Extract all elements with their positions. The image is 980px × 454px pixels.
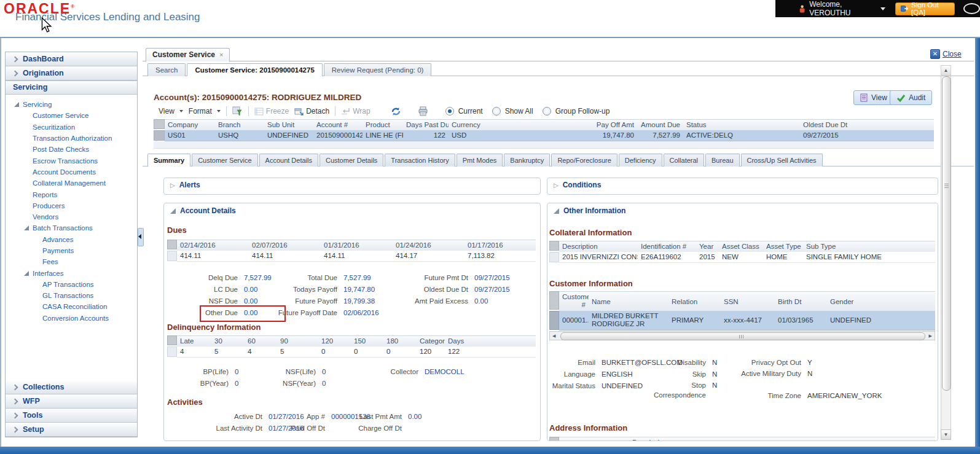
column-header[interactable]: 01/24/2016	[393, 240, 465, 252]
alerts-panel-header[interactable]: ▷Alerts	[164, 178, 540, 189]
sidebar-section-dashboard[interactable]: DashBoard	[6, 52, 137, 66]
tab-customer-details[interactable]: Customer Details	[319, 154, 383, 166]
column-header[interactable]: Oldest Due Dt	[800, 119, 886, 131]
tab-customer-service[interactable]: Customer Service	[192, 154, 257, 166]
close-button[interactable]: ✕Close	[930, 49, 962, 59]
column-header[interactable]: 30	[211, 335, 245, 348]
close-tab-icon[interactable]: ×	[219, 51, 223, 58]
column-header[interactable]: SSN	[721, 291, 775, 312]
account-grid-row[interactable]: US01 USHQ UNDEFINED 20150900014275 LINE …	[154, 130, 934, 141]
triangle-expanded-icon[interactable]	[14, 102, 19, 107]
sidebar-item-payments[interactable]: Payments	[6, 245, 137, 256]
tab-repo-foreclosure[interactable]: Repo/Foreclosure	[551, 154, 617, 166]
collateral-table-row[interactable]: 2015 INVERNIZZI CONSTRU... E26A119602 20…	[549, 252, 935, 263]
tab-bureau[interactable]: Bureau	[705, 154, 739, 166]
view-menu[interactable]: View	[159, 107, 183, 115]
column-header[interactable]: 150	[351, 335, 383, 348]
column-header[interactable]: Status	[683, 119, 800, 131]
sidebar-item-securitization[interactable]: Securitization	[6, 122, 137, 133]
column-header[interactable]: 180	[383, 335, 417, 348]
row-header-cell[interactable]	[154, 130, 165, 141]
column-header[interactable]: Permissio	[629, 437, 665, 441]
tree-node-servicing[interactable]: Servicing	[6, 99, 137, 110]
column-header[interactable]: Days Past Due	[403, 119, 449, 131]
column-header[interactable]: 60	[245, 335, 277, 348]
column-header[interactable]: Product	[363, 119, 403, 131]
sidebar-collapse-handle[interactable]	[138, 228, 144, 246]
sidebar-item-casa-reconciliation[interactable]: CASA Reconciliation	[6, 301, 137, 312]
delinquency-table-row[interactable]: 4 5 4 5 0 0 0 120 122	[167, 346, 536, 358]
print-icon[interactable]	[418, 106, 428, 116]
account-details-panel-header[interactable]: Account Details	[164, 203, 540, 215]
column-header[interactable]: Account #	[313, 119, 363, 131]
audit-button[interactable]: Audit	[890, 90, 932, 105]
sidebar-item-gl-transactions[interactable]: GL Transactions	[6, 290, 137, 301]
sidebar-item-advances[interactable]: Advances	[6, 234, 137, 245]
radio-show-all[interactable]: Show All	[492, 107, 537, 115]
sidebar-item-collateral-management[interactable]: Collateral Management	[6, 178, 137, 189]
column-header[interactable]: Name	[589, 291, 668, 312]
sidebar-item-escrow-transactions[interactable]: Escrow Transactions	[6, 155, 137, 166]
radio-current[interactable]: Current	[445, 107, 487, 115]
tab-account-details[interactable]: Account Details	[259, 154, 318, 166]
scroll-left-icon[interactable]: ◀	[552, 334, 555, 339]
column-header[interactable]: Gender	[827, 291, 879, 312]
other-information-panel-header[interactable]: Other Information	[547, 203, 938, 215]
column-header[interactable]	[596, 437, 629, 441]
column-header[interactable]: Description	[559, 241, 638, 253]
sidebar-item-ap-transactions[interactable]: AP Transactions	[6, 279, 137, 290]
sidebar-section-wfp[interactable]: WFP	[6, 394, 137, 409]
column-header[interactable]: 01/17/2016	[465, 240, 536, 252]
column-header[interactable]: Relation	[668, 291, 721, 312]
column-header[interactable]	[665, 437, 757, 441]
scrollbar-thumb[interactable]	[942, 76, 951, 391]
column-header[interactable]	[559, 437, 596, 441]
scroll-right-icon[interactable]: ▶	[929, 334, 932, 339]
sidebar-item-reports[interactable]: Reports	[6, 189, 137, 200]
customer-table-row[interactable]: 000001... MILDRED BURKETT RODRIGUEZ JR P…	[549, 311, 935, 331]
column-header[interactable]: Customer #	[559, 291, 589, 312]
detach-button[interactable]: Detach	[294, 107, 329, 115]
tab-deficiency[interactable]: Deficiency	[619, 154, 662, 166]
radio-group-followup[interactable]: Group Follow-up	[543, 107, 614, 115]
signout-button[interactable]: Sign Out [QA]	[895, 2, 955, 15]
welcome-menu[interactable]: Welcome, VEROUTHU	[799, 0, 885, 17]
sidebar-section-tools[interactable]: Tools	[6, 409, 137, 423]
column-header[interactable]: 02/07/2016	[249, 240, 321, 252]
column-header[interactable]: Sub Type	[803, 241, 935, 253]
sidebar-item-vendors[interactable]: Vendors	[6, 211, 137, 222]
column-header[interactable]: Amount Due	[637, 119, 683, 131]
column-header[interactable]: Pay Off Amt	[505, 119, 637, 131]
sidebar-section-servicing[interactable]: Servicing	[6, 80, 137, 95]
horizontal-scrollbar[interactable]: ◀ ▶	[549, 331, 935, 340]
sidebar-item-conversion-accounts[interactable]: Conversion Accounts	[6, 313, 137, 324]
tab-customer-service[interactable]: Customer Service×	[146, 48, 230, 62]
scroll-down-icon[interactable]: ▼	[941, 429, 951, 440]
column-header[interactable]: Category	[417, 335, 445, 348]
scrollbar-thumb[interactable]	[560, 332, 925, 340]
subtab-search[interactable]: Search	[147, 63, 186, 76]
column-header[interactable]: 02/14/2016	[177, 240, 249, 252]
scroll-up-icon[interactable]: ▲	[941, 66, 951, 76]
column-header[interactable]: Sub Unit	[264, 119, 313, 131]
tab-summary[interactable]: Summary	[147, 154, 190, 166]
column-header[interactable]: Birth Dt	[775, 291, 827, 312]
column-header[interactable]: Late	[177, 335, 211, 348]
sidebar-item-transaction-authorization[interactable]: Transaction Authorization	[6, 133, 137, 144]
column-header[interactable]: Branch	[215, 119, 264, 131]
tree-node-interfaces[interactable]: Interfaces	[6, 267, 137, 278]
sidebar-section-origination[interactable]: Origination	[6, 66, 137, 80]
subtab-customer-service-account[interactable]: Customer Service: 20150900014275	[187, 63, 322, 76]
tab-bankruptcy[interactable]: Bankruptcy	[504, 154, 550, 166]
format-menu[interactable]: Format	[189, 107, 221, 115]
row-header-cell[interactable]	[549, 311, 559, 330]
filter-icon[interactable]	[232, 106, 243, 116]
sidebar-item-post-date-checks[interactable]: Post Date Checks	[6, 144, 137, 155]
sidebar-item-producers[interactable]: Producers	[6, 200, 137, 211]
tab-pmt-modes[interactable]: Pmt Modes	[457, 154, 503, 166]
view-button[interactable]: View	[853, 90, 894, 105]
oracle-globe-icon[interactable]	[963, 3, 980, 14]
triangle-expanded-icon[interactable]	[24, 225, 29, 230]
column-header[interactable]: Company	[165, 119, 215, 131]
wrap-button[interactable]: Wrap	[341, 107, 370, 115]
